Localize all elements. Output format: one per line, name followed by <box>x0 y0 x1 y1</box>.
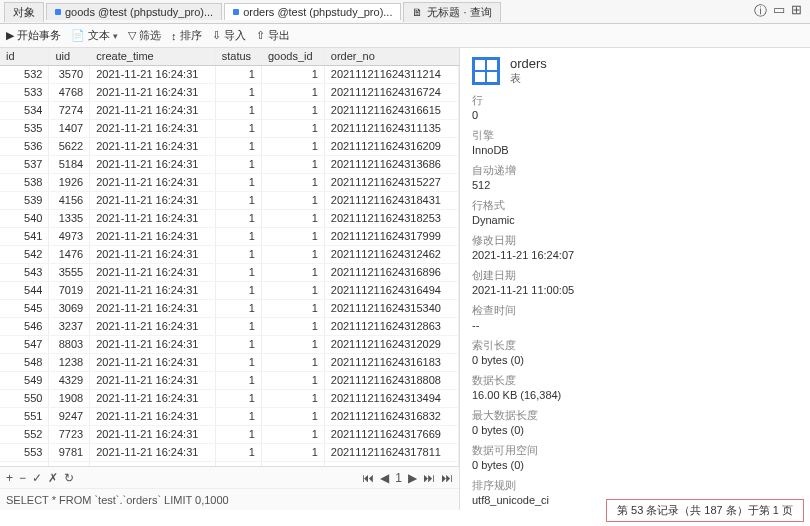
column-uid[interactable]: uid <box>49 48 90 66</box>
record-summary: 第 53 条记录（共 187 条）于第 1 页 <box>606 499 804 522</box>
table-icon <box>55 9 61 15</box>
panel-subtitle: 表 <box>510 71 547 86</box>
collation-label: 排序规则 <box>472 479 798 493</box>
table-row[interactable]: 55019082021-11-21 16:24:3111202111211624… <box>0 390 459 408</box>
toolbar: ▶ 开始事务 📄 文本 ▾ ▽ 筛选 ↕ 排序 ⇩ 导入 ⇧ 导出 <box>0 24 810 48</box>
import-button[interactable]: ⇩ 导入 <box>212 28 246 43</box>
table-row[interactable]: 54943292021-11-21 16:24:3111202111211624… <box>0 372 459 390</box>
sql-text: SELECT * FROM `test`.`orders` LIMIT 0,10… <box>6 494 229 506</box>
refresh-button[interactable]: ↻ <box>64 471 74 485</box>
table-large-icon <box>472 57 500 85</box>
begin-transaction-button[interactable]: ▶ 开始事务 <box>6 28 61 43</box>
table-row[interactable]: 53514072021-11-21 16:24:3111202111211624… <box>0 120 459 138</box>
panel-title: orders <box>510 56 547 71</box>
add-row-button[interactable]: + <box>6 471 13 485</box>
created-label: 创建日期 <box>472 269 798 283</box>
table-row[interactable]: 54335552021-11-21 16:24:3111202111211624… <box>0 264 459 282</box>
prev-page-button[interactable]: ◀ <box>380 471 389 485</box>
table-row[interactable]: 54812382021-11-21 16:24:3111202111211624… <box>0 354 459 372</box>
sort-button[interactable]: ↕ 排序 <box>171 28 202 43</box>
info-icon[interactable]: ⓘ <box>754 2 767 20</box>
page-number: 1 <box>395 471 402 485</box>
table-row[interactable]: 53235702021-11-21 16:24:3111202111211624… <box>0 66 459 84</box>
maxlen-label: 最大数据长度 <box>472 409 798 423</box>
table-row[interactable]: 54470192021-11-21 16:24:3111202111211624… <box>0 282 459 300</box>
next-page-button[interactable]: ▶ <box>408 471 417 485</box>
created-value: 2021-11-21 11:00:05 <box>472 284 798 296</box>
filter-button[interactable]: ▽ 筛选 <box>128 28 161 43</box>
autoinc-label: 自动递增 <box>472 164 798 178</box>
table-row[interactable]: 55476372021-11-21 16:24:3111202111211624… <box>0 462 459 467</box>
modified-value: 2021-11-21 16:24:07 <box>472 249 798 261</box>
indexlen-value: 0 bytes (0) <box>472 354 798 366</box>
last-page-button[interactable]: ⏭ <box>423 471 435 485</box>
text-button[interactable]: 📄 文本 ▾ <box>71 28 118 43</box>
tab-objects[interactable]: 对象 <box>4 2 44 22</box>
modified-label: 修改日期 <box>472 234 798 248</box>
top-right-icons: ⓘ ▭ ⊞ <box>754 2 802 20</box>
table-icon <box>233 9 239 15</box>
column-goods_id[interactable]: goods_id <box>261 48 324 66</box>
indexlen-label: 索引长度 <box>472 339 798 353</box>
table-row[interactable]: 55397812021-11-21 16:24:3111202111211624… <box>0 444 459 462</box>
maxlen-value: 0 bytes (0) <box>472 424 798 436</box>
table-row[interactable]: 53656222021-11-21 16:24:3111202111211624… <box>0 138 459 156</box>
datalen-label: 数据长度 <box>472 374 798 388</box>
check-label: 检查时间 <box>472 304 798 318</box>
autoinc-value: 512 <box>472 179 798 191</box>
table-row[interactable]: 54149732021-11-21 16:24:3111202111211624… <box>0 228 459 246</box>
table-row[interactable]: 53819262021-11-21 16:24:3111202111211624… <box>0 174 459 192</box>
table-row[interactable]: 55277232021-11-21 16:24:3111202111211624… <box>0 426 459 444</box>
table-row[interactable]: 54530692021-11-21 16:24:3111202111211624… <box>0 300 459 318</box>
free-label: 数据可用空间 <box>472 444 798 458</box>
first-page-button[interactable]: ⏮ <box>362 471 374 485</box>
engine-label: 引擎 <box>472 129 798 143</box>
rowfmt-label: 行格式 <box>472 199 798 213</box>
tab-query[interactable]: 🗎无标题 · 查询 <box>403 2 500 22</box>
tab-goods[interactable]: goods @test (phpstudy_pro)... <box>46 3 222 20</box>
column-create_time[interactable]: create_time <box>90 48 216 66</box>
grid-icon[interactable]: ⊞ <box>791 2 802 20</box>
table-row[interactable]: 54013352021-11-21 16:24:3111202111211624… <box>0 210 459 228</box>
apply-button[interactable]: ✓ <box>32 471 42 485</box>
column-status[interactable]: status <box>215 48 261 66</box>
data-grid[interactable]: iduidcreate_timestatusgoods_idorder_no 5… <box>0 48 459 466</box>
info-panel: orders 表 行0 引擎InnoDB 自动递增512 行格式Dynamic … <box>460 48 810 510</box>
delete-row-button[interactable]: − <box>19 471 26 485</box>
window-icon[interactable]: ▭ <box>773 2 785 20</box>
column-order_no[interactable]: order_no <box>324 48 458 66</box>
table-row[interactable]: 54788032021-11-21 16:24:3111202111211624… <box>0 336 459 354</box>
table-row[interactable]: 54214762021-11-21 16:24:3111202111211624… <box>0 246 459 264</box>
tab-orders[interactable]: orders @test (phpstudy_pro)... <box>224 3 401 20</box>
rows-value: 0 <box>472 109 798 121</box>
status-bar: + − ✓ ✗ ↻ ⏮ ◀ 1 ▶ ⏭ ⏭ <box>0 466 459 488</box>
free-value: 0 bytes (0) <box>472 459 798 471</box>
query-icon: 🗎 <box>412 6 423 18</box>
end-page-button[interactable]: ⏭ <box>441 471 453 485</box>
table-row[interactable]: 53472742021-11-21 16:24:3111202111211624… <box>0 102 459 120</box>
rowfmt-value: Dynamic <box>472 214 798 226</box>
column-id[interactable]: id <box>0 48 49 66</box>
check-value: -- <box>472 319 798 331</box>
rows-label: 行 <box>472 94 798 108</box>
table-row[interactable]: 54632372021-11-21 16:24:3111202111211624… <box>0 318 459 336</box>
table-row[interactable]: 53941562021-11-21 16:24:3111202111211624… <box>0 192 459 210</box>
export-button[interactable]: ⇧ 导出 <box>256 28 290 43</box>
tab-bar: 对象 goods @test (phpstudy_pro)... orders … <box>0 0 810 24</box>
table-row[interactable]: 53751842021-11-21 16:24:3111202111211624… <box>0 156 459 174</box>
engine-value: InnoDB <box>472 144 798 156</box>
datalen-value: 16.00 KB (16,384) <box>472 389 798 401</box>
cancel-button[interactable]: ✗ <box>48 471 58 485</box>
table-row[interactable]: 55192472021-11-21 16:24:3111202111211624… <box>0 408 459 426</box>
table-row[interactable]: 53347682021-11-21 16:24:3111202111211624… <box>0 84 459 102</box>
